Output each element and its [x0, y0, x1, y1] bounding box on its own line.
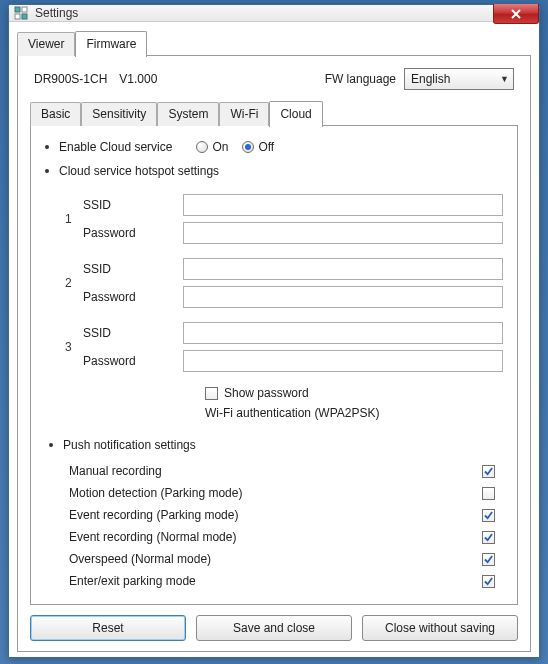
- bullet-icon: [49, 443, 53, 447]
- hotspot-1-ssid-label: SSID: [83, 198, 183, 212]
- enable-cloud-label: Enable Cloud service: [59, 140, 172, 154]
- hotspot-2-password-input[interactable]: [183, 286, 503, 308]
- show-password-checkbox-row[interactable]: Show password: [205, 386, 503, 400]
- svg-rect-1: [22, 7, 27, 12]
- bullet-icon: [45, 169, 49, 173]
- push-item-event-parking: Event recording (Parking mode): [69, 504, 503, 526]
- push-check-manual[interactable]: [482, 465, 495, 478]
- push-check-parking-mode[interactable]: [482, 575, 495, 588]
- chevron-down-icon: ▼: [500, 74, 509, 84]
- hotspot-2-ssid-label: SSID: [83, 262, 183, 276]
- push-heading-row: Push notification settings: [49, 438, 503, 452]
- push-item-motion: Motion detection (Parking mode): [69, 482, 503, 504]
- push-heading: Push notification settings: [63, 438, 196, 452]
- tab-viewer[interactable]: Viewer: [17, 32, 75, 56]
- hotspot-2: 2 SSID Password: [65, 258, 503, 314]
- inner-tabstrip: Basic Sensitivity System Wi-Fi Cloud: [30, 100, 518, 126]
- svg-rect-2: [15, 14, 20, 19]
- svg-rect-0: [15, 7, 20, 12]
- hotspot-1-num: 1: [65, 194, 83, 226]
- close-button[interactable]: [493, 4, 539, 24]
- cloud-off-label: Off: [258, 140, 274, 154]
- version-label: V1.000: [119, 72, 157, 86]
- push-item-parking-mode: Enter/exit parking mode: [69, 570, 503, 592]
- cloud-off-radio[interactable]: Off: [242, 140, 274, 154]
- push-label: Event recording (Parking mode): [69, 508, 238, 522]
- outer-tabstrip: Viewer Firmware: [17, 30, 531, 56]
- client-area: Viewer Firmware DR900S-1CH V1.000 FW lan…: [9, 22, 539, 660]
- bullet-icon: [45, 145, 49, 149]
- hotspot-3-password-input[interactable]: [183, 350, 503, 372]
- hotspot-3-num: 3: [65, 322, 83, 354]
- close-icon: [510, 8, 522, 20]
- hotspot-2-password-label: Password: [83, 290, 183, 304]
- hotspot-heading-row: Cloud service hotspot settings: [45, 164, 503, 178]
- tab-basic[interactable]: Basic: [30, 102, 81, 126]
- hotspot-list: 1 SSID Password: [65, 194, 503, 420]
- hotspot-2-num: 2: [65, 258, 83, 290]
- show-password-label: Show password: [224, 386, 309, 400]
- hotspot-3: 3 SSID Password: [65, 322, 503, 378]
- info-row: DR900S-1CH V1.000 FW language English ▼: [34, 68, 514, 90]
- outer-tabpanel: DR900S-1CH V1.000 FW language English ▼ …: [17, 55, 531, 652]
- push-check-motion[interactable]: [482, 487, 495, 500]
- enable-cloud-row: Enable Cloud service On Off: [45, 140, 503, 154]
- hotspot-2-ssid-input[interactable]: [183, 258, 503, 280]
- tab-firmware[interactable]: Firmware: [75, 31, 147, 57]
- tab-cloud[interactable]: Cloud: [269, 101, 322, 127]
- push-check-overspeed[interactable]: [482, 553, 495, 566]
- settings-window: Settings Viewer Firmware DR900S-1CH V1.0…: [8, 4, 540, 658]
- fw-language-select[interactable]: English ▼: [404, 68, 514, 90]
- save-button[interactable]: Save and close: [196, 615, 352, 641]
- hotspot-1-ssid-input[interactable]: [183, 194, 503, 216]
- close-without-saving-button[interactable]: Close without saving: [362, 615, 518, 641]
- model-label: DR900S-1CH: [34, 72, 107, 86]
- push-block: Push notification settings Manual record…: [49, 436, 503, 592]
- window-title: Settings: [35, 6, 78, 20]
- push-label: Event recording (Normal mode): [69, 530, 236, 544]
- cloud-on-label: On: [212, 140, 228, 154]
- push-label: Overspeed (Normal mode): [69, 552, 211, 566]
- hotspot-1-password-input[interactable]: [183, 222, 503, 244]
- tab-wifi[interactable]: Wi-Fi: [219, 102, 269, 126]
- push-item-manual: Manual recording: [69, 460, 503, 482]
- hotspot-3-ssid-label: SSID: [83, 326, 183, 340]
- hotspot-heading: Cloud service hotspot settings: [59, 164, 219, 178]
- wifi-auth-note: Wi-Fi authentication (WPA2PSK): [205, 406, 503, 420]
- hotspot-3-password-label: Password: [83, 354, 183, 368]
- cloud-on-radio[interactable]: On: [196, 140, 228, 154]
- hotspot-1: 1 SSID Password: [65, 194, 503, 250]
- hotspot-1-password-label: Password: [83, 226, 183, 240]
- push-label: Enter/exit parking mode: [69, 574, 196, 588]
- push-check-event-normal[interactable]: [482, 531, 495, 544]
- button-row: Reset Save and close Close without savin…: [30, 615, 518, 641]
- push-check-event-parking[interactable]: [482, 509, 495, 522]
- fw-language-value: English: [411, 72, 450, 86]
- titlebar[interactable]: Settings: [9, 5, 539, 22]
- reset-button[interactable]: Reset: [30, 615, 186, 641]
- push-item-event-normal: Event recording (Normal mode): [69, 526, 503, 548]
- push-list: Manual recording Motion detection (Parki…: [69, 460, 503, 592]
- tab-system[interactable]: System: [157, 102, 219, 126]
- svg-rect-3: [22, 14, 27, 19]
- inner-tabpanel-cloud: Enable Cloud service On Off: [30, 125, 518, 605]
- show-password-checkbox[interactable]: [205, 387, 218, 400]
- hotspot-3-ssid-input[interactable]: [183, 322, 503, 344]
- push-label: Motion detection (Parking mode): [69, 486, 242, 500]
- app-icon: [13, 5, 29, 21]
- push-item-overspeed: Overspeed (Normal mode): [69, 548, 503, 570]
- fw-language-label: FW language: [325, 72, 396, 86]
- tab-sensitivity[interactable]: Sensitivity: [81, 102, 157, 126]
- push-label: Manual recording: [69, 464, 162, 478]
